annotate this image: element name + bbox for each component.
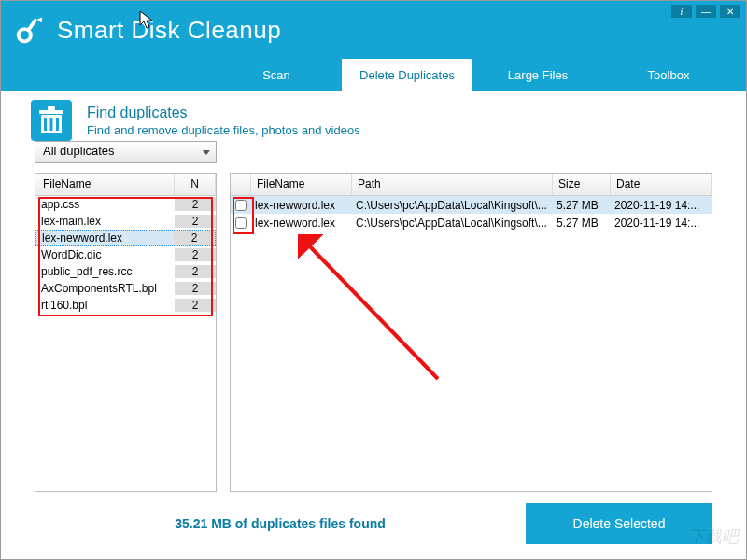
delete-selected-button[interactable]: Delete Selected — [526, 503, 712, 544]
group-row[interactable]: app.css2 — [35, 196, 216, 213]
group-row[interactable]: AxComponentsRTL.bpl2 — [35, 280, 216, 297]
col-filename[interactable]: FileName — [35, 174, 175, 195]
file-row[interactable]: lex-newword.lex C:\Users\pc\AppData\Loca… — [231, 214, 712, 231]
footer: 35.21 MB of duplicates files found Delet… — [35, 501, 712, 546]
col-path[interactable]: Path — [352, 174, 553, 195]
svg-rect-1 — [25, 18, 37, 33]
section-title: Find duplicates — [87, 105, 360, 121]
app-window: Smart Disk Cleanup i — ✕ Scan Delete Dup… — [0, 0, 747, 560]
duplicate-files-panel: FileName Path Size Date lex-newword.lex … — [230, 173, 712, 492]
groups-header: FileName N — [35, 174, 216, 196]
svg-point-2 — [21, 31, 30, 40]
group-row[interactable]: public_pdf_res.rcc2 — [35, 263, 216, 280]
tab-scan[interactable]: Scan — [211, 59, 342, 91]
svg-rect-6 — [50, 118, 53, 131]
col-filename[interactable]: FileName — [251, 174, 352, 195]
col-checkbox[interactable] — [231, 174, 251, 195]
svg-rect-8 — [39, 110, 63, 114]
svg-rect-5 — [44, 118, 47, 131]
file-row[interactable]: lex-newword.lex C:\Users\pc\AppData\Loca… — [231, 196, 712, 214]
svg-rect-7 — [56, 118, 59, 131]
app-logo-icon — [12, 12, 48, 48]
file-checkbox[interactable] — [235, 217, 247, 229]
filter-dropdown[interactable]: All duplicates — [35, 141, 217, 163]
tab-large-files[interactable]: Large Files — [472, 59, 603, 91]
window-controls: i — ✕ — [671, 5, 740, 18]
titlebar: Smart Disk Cleanup — [1, 1, 746, 59]
content-area: All duplicates FileName N app.css2 lex-m… — [35, 141, 712, 492]
tab-delete-duplicates[interactable]: Delete Duplicates — [342, 59, 472, 91]
col-size[interactable]: Size — [553, 174, 611, 195]
close-button[interactable]: ✕ — [720, 5, 740, 18]
group-row[interactable]: lex-newword.lex2 — [35, 230, 216, 246]
status-text: 35.21 MB of duplicates files found — [35, 516, 526, 531]
info-button[interactable]: i — [671, 5, 692, 18]
col-count[interactable]: N — [175, 174, 216, 195]
group-row[interactable]: lex-main.lex2 — [35, 213, 216, 230]
trash-icon — [31, 100, 72, 141]
tab-toolbox[interactable]: Toolbox — [603, 59, 734, 91]
group-row[interactable]: WordDic.dic2 — [35, 246, 216, 263]
main-tabs: Scan Delete Duplicates Large Files Toolb… — [1, 59, 746, 91]
files-header: FileName Path Size Date — [231, 174, 712, 196]
duplicates-groups-panel: FileName N app.css2 lex-main.lex2 lex-ne… — [35, 173, 217, 492]
minimize-button[interactable]: — — [696, 5, 716, 18]
svg-rect-9 — [48, 106, 55, 110]
group-row[interactable]: rtl160.bpl2 — [35, 297, 216, 314]
section-subtitle: Find and remove duplicate files, photos … — [87, 123, 360, 137]
app-title: Smart Disk Cleanup — [57, 16, 281, 45]
cursor-icon — [139, 10, 156, 31]
file-checkbox[interactable] — [235, 200, 247, 211]
col-date[interactable]: Date — [611, 174, 712, 195]
